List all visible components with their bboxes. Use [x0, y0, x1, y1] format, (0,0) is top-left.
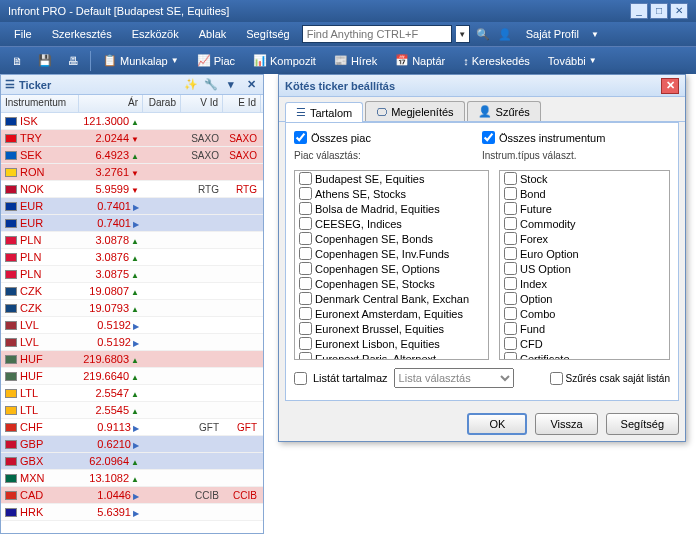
- list-item[interactable]: CEESEG, Indices: [295, 216, 488, 231]
- tool-piac[interactable]: 📈Piac: [191, 52, 241, 69]
- list-select[interactable]: Lista választás: [394, 368, 514, 388]
- table-row[interactable]: CAD1.0446▶CCIBCCIB: [1, 487, 263, 504]
- list-item[interactable]: US Option: [500, 261, 669, 276]
- menu-window[interactable]: Ablak: [191, 26, 235, 42]
- help-button[interactable]: Segítség: [606, 413, 679, 435]
- list-item[interactable]: Stock: [500, 171, 669, 186]
- list-item[interactable]: Combo: [500, 306, 669, 321]
- table-row[interactable]: SEK6.4923▲SAXOSAXO: [1, 147, 263, 164]
- tool-worksheet[interactable]: 📋Munkalap▼: [97, 52, 185, 69]
- search-dropdown-icon[interactable]: ▼: [456, 25, 470, 43]
- list-item[interactable]: Euronext Lisbon, Equities: [295, 336, 488, 351]
- table-row[interactable]: ISK121.3000▲: [1, 113, 263, 130]
- back-button[interactable]: Vissza: [535, 413, 597, 435]
- instrument-types-list[interactable]: StockBondFutureCommodityForexEuro Option…: [499, 170, 670, 360]
- table-row[interactable]: CZK19.0793▲: [1, 300, 263, 317]
- chevron-down-icon[interactable]: ▼: [591, 30, 599, 39]
- panel-close-icon[interactable]: ✕: [243, 77, 259, 93]
- tool-hirek[interactable]: 📰Hírek: [328, 52, 383, 69]
- menu-help[interactable]: Segítség: [238, 26, 297, 42]
- minimize-button[interactable]: _: [630, 3, 648, 19]
- list-item[interactable]: Copenhagen SE, Bonds: [295, 231, 488, 246]
- chk-list-contains[interactable]: [294, 372, 307, 385]
- table-row[interactable]: TRY2.0244▼SAXOSAXO: [1, 130, 263, 147]
- list-item[interactable]: CFD: [500, 336, 669, 351]
- chk-all-instr[interactable]: [482, 131, 495, 144]
- list-item[interactable]: Forex: [500, 231, 669, 246]
- new-icon[interactable]: 🗎: [6, 50, 28, 72]
- save-icon[interactable]: 💾: [34, 50, 56, 72]
- tab-tartalom[interactable]: ☰Tartalom: [285, 102, 363, 122]
- menu-tools[interactable]: Eszközök: [124, 26, 187, 42]
- table-row[interactable]: EUR0.7401▶: [1, 198, 263, 215]
- list-item[interactable]: Euronext Amsterdam, Equities: [295, 306, 488, 321]
- table-row[interactable]: GBX62.0964▲: [1, 453, 263, 470]
- tool-naptar[interactable]: 📅Naptár: [389, 52, 451, 69]
- col-price[interactable]: Ár: [79, 95, 143, 112]
- list-item[interactable]: Copenhagen SE, Stocks: [295, 276, 488, 291]
- list-item[interactable]: Euro Option: [500, 246, 669, 261]
- print-icon[interactable]: 🖶: [62, 50, 84, 72]
- markets-list[interactable]: Budapest SE, EquitiesAthens SE, StocksBo…: [294, 170, 489, 360]
- tab-megjelenites[interactable]: 🖵Megjelenítés: [365, 101, 464, 121]
- table-row[interactable]: PLN3.0875▲: [1, 266, 263, 283]
- list-item[interactable]: Bond: [500, 186, 669, 201]
- table-row[interactable]: LVL0.5192▶: [1, 317, 263, 334]
- table-row[interactable]: LTL2.5545▲: [1, 402, 263, 419]
- chk-filter-own[interactable]: [550, 372, 563, 385]
- list-item[interactable]: Option: [500, 291, 669, 306]
- list-item[interactable]: Denmark Central Bank, Exchan: [295, 291, 488, 306]
- table-row[interactable]: PLN3.0876▲: [1, 249, 263, 266]
- ok-button[interactable]: OK: [467, 413, 527, 435]
- list-item[interactable]: Copenhagen SE, Inv.Funds: [295, 246, 488, 261]
- panel-dropdown-icon[interactable]: ▾: [223, 77, 239, 93]
- table-row[interactable]: GBP0.6210▶: [1, 436, 263, 453]
- chk-all-markets[interactable]: [294, 131, 307, 144]
- table-row[interactable]: RON3.2761▼: [1, 164, 263, 181]
- menu-profile[interactable]: Saját Profil: [518, 26, 587, 42]
- list-item[interactable]: Certificate: [500, 351, 669, 360]
- list-item[interactable]: Euronext Paris, Alternext: [295, 351, 488, 360]
- table-row[interactable]: CZK19.0807▲: [1, 283, 263, 300]
- list-item[interactable]: Euronext Brussel, Equities: [295, 321, 488, 336]
- list-item[interactable]: Fund: [500, 321, 669, 336]
- tool-kereskedes[interactable]: ↕Kereskedés: [457, 53, 536, 69]
- ticker-rows[interactable]: ISK121.3000▲TRY2.0244▼SAXOSAXOSEK6.4923▲…: [1, 113, 263, 533]
- tool-kompozit[interactable]: 📊Kompozit: [247, 52, 322, 69]
- tool-tovabbi[interactable]: További▼: [542, 53, 603, 69]
- close-button[interactable]: ✕: [670, 3, 688, 19]
- col-instrument[interactable]: Instrumentum: [1, 95, 79, 112]
- table-row[interactable]: HRK5.6391▶: [1, 504, 263, 521]
- list-item[interactable]: Athens SE, Stocks: [295, 186, 488, 201]
- wrench-icon[interactable]: 🔧: [203, 77, 219, 93]
- table-row[interactable]: LVL0.5192▶: [1, 334, 263, 351]
- list-icon: ☰: [296, 106, 306, 119]
- col-eid[interactable]: E Id: [223, 95, 261, 112]
- dialog-close-icon[interactable]: ✕: [661, 78, 679, 94]
- tab-szures[interactable]: 👤Szűrés: [467, 101, 541, 121]
- list-item[interactable]: Index: [500, 276, 669, 291]
- table-row[interactable]: EUR0.7401▶: [1, 215, 263, 232]
- table-row[interactable]: HUF219.6640▲: [1, 368, 263, 385]
- table-row[interactable]: LTL2.5547▲: [1, 385, 263, 402]
- profile-icon: 👤: [496, 25, 514, 43]
- list-item[interactable]: Budapest SE, Equities: [295, 171, 488, 186]
- search-input[interactable]: [302, 25, 452, 43]
- search-icon[interactable]: 🔍: [474, 25, 492, 43]
- table-row[interactable]: HUF219.6803▲: [1, 351, 263, 368]
- ticker-panel: ☰ Ticker ✨ 🔧 ▾ ✕ Instrumentum Ár Darab V…: [0, 74, 264, 534]
- table-row[interactable]: PLN3.0878▲: [1, 232, 263, 249]
- table-row[interactable]: CHF0.9113▶GFTGFT: [1, 419, 263, 436]
- menu-file[interactable]: File: [6, 26, 40, 42]
- table-row[interactable]: MXN13.1082▲: [1, 470, 263, 487]
- list-item[interactable]: Copenhagen SE, Options: [295, 261, 488, 276]
- table-row[interactable]: NOK5.9599▼RTGRTG: [1, 181, 263, 198]
- col-vid[interactable]: V Id: [181, 95, 223, 112]
- wand-icon[interactable]: ✨: [183, 77, 199, 93]
- col-darab[interactable]: Darab: [143, 95, 181, 112]
- maximize-button[interactable]: □: [650, 3, 668, 19]
- list-item[interactable]: Commodity: [500, 216, 669, 231]
- list-item[interactable]: Bolsa de Madrid, Equities: [295, 201, 488, 216]
- menu-edit[interactable]: Szerkesztés: [44, 26, 120, 42]
- list-item[interactable]: Future: [500, 201, 669, 216]
